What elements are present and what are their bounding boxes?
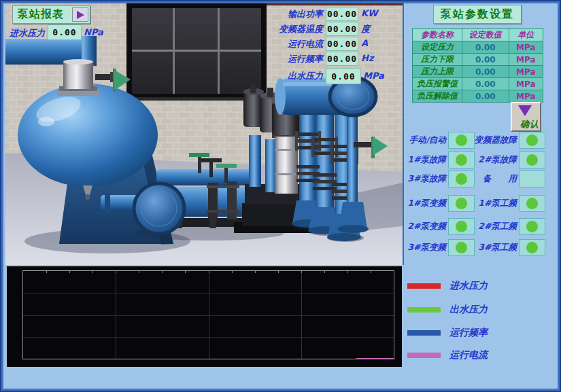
setting-unit: MPa — [509, 66, 543, 78]
report-button[interactable]: 泵站报表 — [12, 5, 90, 24]
setting-value[interactable]: 0.00 — [462, 54, 509, 66]
inlet-pressure-unit: NPa — [84, 27, 103, 37]
indicator-dot-on — [456, 154, 467, 166]
setting-name: 设定压力 — [413, 41, 462, 54]
indicator-dot-on — [456, 242, 467, 253]
settings-row: 压力上限0.00MPa — [413, 66, 543, 78]
setting-unit: MPa — [509, 54, 543, 66]
axis-minor-tick — [255, 271, 256, 273]
setting-value[interactable]: 0.00 — [462, 66, 509, 78]
indicator-lamp — [519, 239, 545, 256]
indicator-lamp — [519, 195, 545, 212]
axis-minor-tick — [139, 271, 139, 273]
indicator-label: 2#泵变频 — [398, 221, 446, 232]
setting-unit: MPa — [509, 78, 543, 90]
setting-name: 负压解除值 — [413, 90, 462, 103]
setting-name: 负压报警值 — [413, 78, 462, 90]
axis-minor-tick — [69, 271, 70, 273]
axis-minor-tick — [324, 271, 325, 273]
readout-label: 变频器温度 — [243, 23, 323, 35]
indicator-label: 手动/自动 — [398, 135, 446, 146]
legend-color-bar — [407, 353, 441, 358]
play-triangle-icon[interactable] — [72, 7, 88, 22]
readout-unit: Hz — [361, 53, 373, 63]
setting-value[interactable]: 0.00 — [462, 78, 509, 90]
axis-minor-tick — [209, 271, 209, 273]
settings-row: 设定压力0.00MPa — [413, 41, 543, 54]
readout-unit: A — [361, 38, 368, 48]
settings-column-header: 设定数值 — [462, 29, 509, 41]
indicator-label: 2#泵故障 — [469, 154, 517, 166]
settings-row: 负压报警值0.00MPa — [413, 78, 543, 90]
indicator-label: 1#泵故障 — [398, 154, 446, 166]
indicator-label: 变频器故障 — [469, 135, 517, 146]
axis-minor-tick — [232, 271, 233, 273]
gridline-horizontal — [23, 337, 394, 338]
trend-chart-panel — [7, 266, 402, 367]
settings-row: 压力下限0.00MPa — [413, 54, 543, 66]
settings-table-header: 参数名称设定数值单位 — [413, 29, 543, 41]
settings-column-header: 参数名称 — [413, 29, 462, 41]
readout-label: 运行电流 — [243, 38, 323, 50]
setting-value[interactable]: 0.00 — [462, 90, 509, 103]
axis-minor-tick — [116, 271, 116, 273]
gridline-horizontal — [23, 315, 394, 316]
legend-label: 运行电流 — [449, 349, 488, 361]
outlet-pressure-label: 出水压力 — [243, 70, 323, 82]
axis-minor-tick — [46, 271, 47, 273]
setting-name: 压力下限 — [413, 54, 462, 66]
readout-value: 00.00 — [326, 37, 358, 51]
axis-minor-tick — [371, 271, 371, 273]
readout-value: 00.00 — [326, 7, 358, 21]
indicator-label: 1#泵工频 — [469, 198, 517, 209]
report-button-label: 泵站报表 — [13, 7, 64, 22]
axis-minor-tick — [92, 271, 93, 273]
indicator-label: 备 用 — [469, 173, 517, 185]
gridline-horizontal — [23, 293, 394, 293]
indicator-dot-on — [456, 173, 467, 185]
readout-label: 运行频率 — [243, 53, 323, 65]
readout-value: 00.00 — [326, 52, 358, 66]
axis-minor-tick — [162, 271, 163, 273]
readout-label: 输出功率 — [243, 8, 323, 20]
legend-label: 运行频率 — [449, 327, 488, 339]
indicator-label: 1#泵变频 — [398, 198, 446, 209]
indicator-dot-on — [456, 221, 467, 232]
readout-unit: KW — [361, 8, 377, 18]
trend-plot-area — [22, 270, 394, 359]
indicator-lamp — [519, 152, 545, 168]
pump-station-hmi: 泵站报表 进水压力 0.00 NPa 出水压力 0.00 MPa 泵站参数设置 … — [0, 0, 561, 392]
indicator-dot-on — [526, 242, 538, 253]
confirm-button[interactable]: 确认 — [511, 102, 541, 132]
indicator-label: 2#泵工频 — [469, 221, 517, 232]
indicator-label: 3#泵变频 — [398, 242, 446, 253]
axis-minor-tick — [347, 271, 348, 273]
axis-minor-tick — [185, 271, 186, 273]
settings-panel-title: 泵站参数设置 — [433, 5, 522, 24]
indicator-lamp — [519, 171, 545, 188]
running-current-trace — [356, 358, 394, 359]
legend-label: 出水压力 — [449, 304, 488, 316]
indicator-lamp — [519, 218, 545, 235]
outlet-pressure-unit: MPa — [363, 71, 384, 81]
indicator-dot-on — [526, 135, 538, 146]
indicator-dot-on — [526, 198, 538, 209]
legend-color-bar — [407, 330, 441, 336]
readout-unit: 度 — [361, 23, 370, 35]
indicator-dot-on — [456, 198, 467, 209]
setting-unit: MPa — [509, 90, 543, 103]
indicator-label: 3#泵工频 — [469, 242, 517, 253]
indicator-dot-on — [456, 135, 467, 146]
legend-label: 进水压力 — [449, 280, 488, 292]
setting-value[interactable]: 0.00 — [462, 41, 509, 54]
inlet-pressure-value: 0.00 — [48, 24, 82, 40]
settings-column-header: 单位 — [509, 29, 543, 41]
setting-name: 压力上限 — [413, 66, 462, 78]
axis-minor-tick — [278, 271, 279, 273]
indicator-label: 3#泵故障 — [398, 173, 446, 185]
settings-table: 参数名称设定数值单位 设定压力0.00MPa压力下限0.00MPa压力上限0.0… — [412, 28, 543, 103]
down-triangle-icon — [518, 105, 532, 116]
confirm-button-label: 确认 — [520, 118, 539, 130]
settings-row: 负压解除值0.00MPa — [413, 90, 543, 103]
inlet-pressure-label: 进水压力 — [0, 27, 45, 39]
